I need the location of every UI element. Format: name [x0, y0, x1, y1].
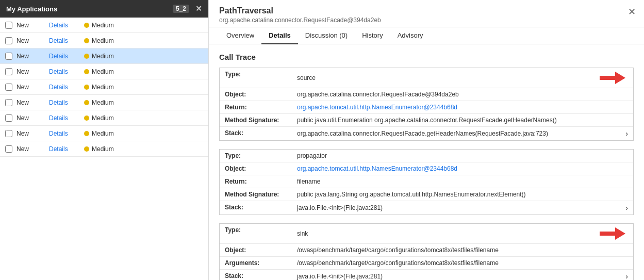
details-link[interactable]: Details [49, 83, 80, 91]
table-row[interactable]: New Details Medium [0, 110, 208, 126]
row-checkbox[interactable] [5, 37, 12, 44]
severity-label: Medium [84, 84, 114, 91]
row-checkbox[interactable] [5, 22, 12, 29]
severity-dot [84, 23, 89, 28]
row-checkbox[interactable] [5, 84, 12, 91]
trace-value: filename [297, 178, 628, 185]
table-row[interactable]: New Details Medium [0, 33, 208, 48]
status-label: New [16, 68, 45, 75]
row-checkbox[interactable] [5, 68, 12, 75]
status-label: New [16, 53, 45, 60]
row-checkbox[interactable] [5, 114, 12, 122]
severity-label: Medium [84, 22, 114, 29]
trace-blocks: Type:source Object:org.apache.catalina.c… [219, 68, 634, 280]
severity-label: Medium [84, 145, 114, 153]
trace-value: public java.lang.String org.apache.tomca… [297, 191, 628, 198]
rows-container: New Details Medium New Details Medium Ne… [0, 18, 208, 157]
details-link[interactable]: Details [49, 52, 80, 60]
left-panel: My Applications 5_2 ✕ New Details Medium… [0, 0, 209, 280]
trace-value[interactable]: org.apache.tomcat.util.http.NamesEnumera… [297, 104, 628, 111]
left-panel-close-icon[interactable]: ✕ [195, 4, 202, 13]
trace-block-block2: Type:propagatorObject:org.apache.tomcat.… [219, 149, 634, 215]
table-row[interactable]: New Details Medium [0, 126, 208, 141]
svg-marker-0 [600, 72, 625, 84]
trace-row: Type:propagator [220, 150, 633, 162]
table-row[interactable]: New Details Medium [0, 95, 208, 110]
trace-label: Method Signature: [225, 191, 297, 198]
tab-overview[interactable]: Overview [219, 27, 261, 44]
severity-dot [84, 146, 89, 152]
trace-label: Stack: [225, 272, 297, 279]
details-link[interactable]: Details [49, 98, 80, 106]
details-link[interactable]: Details [49, 114, 80, 122]
details-link[interactable]: Details [49, 145, 80, 153]
trace-value: /owasp/benchmark/target/cargo/configurat… [297, 246, 628, 254]
row-checkbox[interactable] [5, 130, 12, 137]
details-link[interactable]: Details [49, 37, 80, 44]
table-row[interactable]: New Details Medium [0, 64, 208, 79]
trace-label: Object: [225, 165, 297, 172]
details-link[interactable]: Details [49, 68, 80, 75]
trace-row: Type:sink [220, 224, 633, 244]
trace-label: Object: [225, 246, 297, 254]
trace-label: Object: [225, 91, 297, 98]
table-row[interactable]: New Details Medium [0, 48, 208, 64]
trace-value: java.io.File.<init>(File.java:281) [297, 273, 621, 280]
severity-label: Medium [84, 99, 114, 106]
trace-value: public java.util.Enumeration org.apache.… [297, 117, 628, 124]
trace-row: Type:source [220, 68, 633, 88]
trace-row: Arguments:/owasp/benchmark/target/cargo/… [220, 257, 633, 270]
chevron-right-icon[interactable]: › [621, 272, 628, 280]
trace-row: Stack:org.apache.catalina.connector.Requ… [220, 127, 633, 140]
row-checkbox[interactable] [5, 53, 12, 60]
status-label: New [16, 37, 45, 44]
status-label: New [16, 84, 45, 91]
trace-row: Stack:java.io.File.<init>(File.java:281)… [220, 201, 633, 215]
trace-label: Type: [225, 226, 297, 234]
row-checkbox[interactable] [5, 145, 12, 153]
severity-dot [84, 54, 89, 59]
trace-label: Stack: [225, 204, 297, 211]
trace-row: Method Signature:public java.util.Enumer… [220, 114, 633, 127]
table-row[interactable]: New Details Medium [0, 79, 208, 95]
trace-label: Arguments: [225, 259, 297, 267]
trace-label: Return: [225, 104, 297, 111]
status-label: New [16, 145, 45, 153]
left-panel-title: My Applications [6, 5, 167, 13]
trace-row: Object:/owasp/benchmark/target/cargo/con… [220, 244, 633, 257]
severity-label: Medium [84, 53, 114, 60]
trace-row: Return:org.apache.tomcat.util.http.Names… [220, 101, 633, 114]
close-button[interactable]: ✕ [628, 6, 636, 18]
content-area: Call Trace Type:source Object:org.apache… [209, 44, 644, 280]
table-row[interactable]: New Details Medium [0, 18, 208, 33]
section-title: Call Trace [219, 53, 634, 61]
trace-value[interactable]: org.apache.tomcat.util.http.NamesEnumera… [297, 165, 628, 172]
trace-block-block3: Type:sink Object:/owasp/benchmark/target… [219, 223, 634, 280]
panel-title: PathTraversal [219, 6, 634, 15]
status-label: New [16, 22, 45, 29]
tab-details[interactable]: Details [261, 27, 298, 44]
chevron-right-icon[interactable]: › [621, 204, 628, 212]
details-link[interactable]: Details [49, 21, 80, 29]
severity-dot [84, 100, 89, 105]
status-label: New [16, 130, 45, 137]
trace-row: Object:org.apache.tomcat.util.http.Names… [220, 162, 633, 175]
trace-value: java.io.File.<init>(File.java:281) [297, 204, 621, 211]
tab-advisory[interactable]: Advisory [390, 27, 431, 44]
severity-label: Medium [84, 130, 114, 137]
chevron-right-icon[interactable]: › [621, 129, 628, 138]
table-row[interactable]: New Details Medium [0, 141, 208, 157]
trace-block-block1: Type:source Object:org.apache.catalina.c… [219, 68, 634, 141]
trace-value: source [297, 74, 592, 81]
trace-label: Method Signature: [225, 117, 297, 124]
trace-row: Stack:java.io.File.<init>(File.java:281)… [220, 270, 633, 280]
severity-dot [84, 38, 89, 43]
row-checkbox[interactable] [5, 99, 12, 106]
trace-value: /owasp/benchmark/target/cargo/configurat… [297, 259, 628, 267]
tab-discussion[interactable]: Discussion (0) [298, 27, 355, 44]
right-panel: PathTraversal org.apache.catalina.connec… [209, 0, 644, 280]
status-label: New [16, 114, 45, 122]
details-link[interactable]: Details [49, 129, 80, 137]
left-panel-badge: 5_2 [173, 5, 189, 13]
tab-history[interactable]: History [355, 27, 390, 44]
